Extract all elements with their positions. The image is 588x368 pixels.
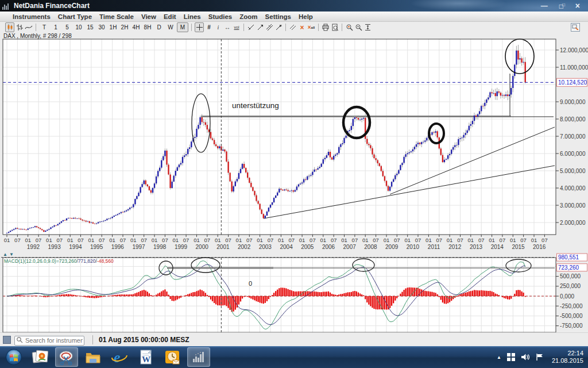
svg-text:07: 07 xyxy=(225,237,231,243)
svg-text:01: 01 xyxy=(67,237,74,243)
timeframe-monthly-selected[interactable]: M xyxy=(177,22,188,32)
timeframe-2h[interactable]: 2H xyxy=(119,23,130,32)
netdania-app-icon[interactable] xyxy=(187,347,210,367)
minimize-icon[interactable]: — xyxy=(541,2,548,9)
svg-text:07: 07 xyxy=(99,237,105,243)
timeframe-4h[interactable]: 4H xyxy=(131,23,141,32)
menu-zoom[interactable]: Zoom xyxy=(239,13,257,20)
timeframe-30m[interactable]: 30 xyxy=(96,23,107,32)
toolbar: T 1 5 10 15 30 1H 2H 4H 8H D W M # i ↔ v… xyxy=(0,22,588,32)
line-chart-icon[interactable] xyxy=(25,23,33,32)
flag-line-tool-icon[interactable] xyxy=(274,23,283,32)
svg-text:01: 01 xyxy=(4,237,10,243)
word-icon[interactable]: W xyxy=(134,347,157,367)
detach-window-icon[interactable] xyxy=(571,23,580,32)
channel-tool-icon[interactable] xyxy=(265,23,273,32)
svg-text:01: 01 xyxy=(447,237,453,243)
svg-text:01: 01 xyxy=(130,237,137,243)
support-annotation-text[interactable]: unterstützung xyxy=(232,101,279,110)
search-input[interactable] xyxy=(14,336,84,346)
svg-text:2002: 2002 xyxy=(238,244,251,250)
timeframe-5m[interactable]: 5 xyxy=(62,23,72,32)
timeframe-8h[interactable]: 8H xyxy=(142,23,153,32)
ohlc-bars-icon[interactable] xyxy=(16,23,24,32)
start-button[interactable] xyxy=(2,347,25,367)
print-icon[interactable] xyxy=(322,23,330,32)
svg-text:1996: 1996 xyxy=(111,244,125,250)
outlook-icon[interactable] xyxy=(161,347,184,367)
menu-edit[interactable]: Edit xyxy=(164,13,176,20)
menu-settings[interactable]: Settings xyxy=(265,13,291,20)
explorer-icon[interactable] xyxy=(82,347,105,367)
close-icon[interactable]: × xyxy=(575,2,580,9)
internet-explorer-icon[interactable]: e xyxy=(108,347,131,367)
timeframe-daily[interactable]: D xyxy=(154,23,164,32)
action-center-flag-icon[interactable] xyxy=(536,353,544,361)
menu-chart-type[interactable]: Chart Type xyxy=(58,13,92,20)
restore-icon[interactable]: □□ xyxy=(559,2,564,10)
timeframe-1m[interactable]: 1 xyxy=(51,23,61,32)
svg-text:01: 01 xyxy=(510,237,516,243)
hidden-icons-expander[interactable]: ▲ xyxy=(497,355,501,360)
svg-text:07: 07 xyxy=(288,237,295,243)
macd-zero-annotation: 0 xyxy=(249,280,252,287)
svg-text:01: 01 xyxy=(531,237,537,243)
svg-text:01: 01 xyxy=(173,237,179,243)
windows-update-tray-icon[interactable] xyxy=(507,353,515,361)
menu-lines[interactable]: Lines xyxy=(184,13,201,20)
zoom-in-icon[interactable] xyxy=(345,23,353,32)
fit-vertical-icon[interactable] xyxy=(363,23,372,32)
parallel-lines-icon[interactable] xyxy=(289,23,297,32)
svg-text:2007: 2007 xyxy=(343,244,357,250)
zoom-out-icon[interactable] xyxy=(354,23,362,32)
svg-text:2014: 2014 xyxy=(491,244,504,250)
svg-text:-500,000: -500,000 xyxy=(560,313,583,319)
menu-view[interactable]: View xyxy=(141,13,156,20)
svg-text:01: 01 xyxy=(109,237,115,243)
svg-text:07: 07 xyxy=(310,237,316,243)
delete-all-lines-icon[interactable]: ×all xyxy=(307,23,315,32)
menu-help[interactable]: Help xyxy=(299,13,313,20)
crosshair-icon[interactable] xyxy=(195,22,204,32)
instrument-grip-icon[interactable] xyxy=(3,336,11,344)
photo-viewer-icon[interactable] xyxy=(29,347,52,367)
delete-line-icon[interactable]: × xyxy=(298,23,306,32)
svg-text:2012: 2012 xyxy=(448,244,462,250)
svg-text:07: 07 xyxy=(331,237,337,243)
svg-text:01: 01 xyxy=(425,237,432,243)
taskbar: e W ▲ 22:14 21.08.2015 xyxy=(0,346,588,368)
svg-text:01: 01 xyxy=(299,237,305,243)
window-title: NetDania FinanceChart xyxy=(14,2,90,10)
volume-icon[interactable]: vol xyxy=(233,23,241,32)
search-box[interactable] xyxy=(14,335,84,344)
timeframe-10m[interactable]: 10 xyxy=(74,23,84,32)
candlestick-chart-icon[interactable] xyxy=(5,22,14,32)
volume-tray-icon[interactable] xyxy=(521,353,530,361)
timeframe-weekly[interactable]: W xyxy=(165,23,176,32)
timeframe-tick[interactable]: T xyxy=(39,23,49,32)
svg-text:9.000,000: 9.000,000 xyxy=(560,99,586,105)
clock-date: 21.08.2015 xyxy=(552,357,583,365)
timeframe-1h[interactable]: 1H xyxy=(108,23,118,32)
svg-text:07: 07 xyxy=(141,237,147,243)
chart-area[interactable]: .grid{stroke:#e3e3e3;stroke-width:1}.ax{… xyxy=(0,32,588,332)
arrow-line-tool-icon[interactable] xyxy=(256,23,264,32)
menu-time-scale[interactable]: Time Scale xyxy=(99,13,134,20)
grid-icon[interactable]: # xyxy=(205,23,213,32)
svg-text:1997: 1997 xyxy=(132,244,145,250)
svg-text:6.000,000: 6.000,000 xyxy=(560,151,586,157)
snipping-tool-icon[interactable] xyxy=(55,347,78,367)
print-preview-icon[interactable] xyxy=(331,23,339,32)
svg-text:07: 07 xyxy=(14,237,21,243)
svg-text:07: 07 xyxy=(36,237,42,243)
info-icon[interactable]: i xyxy=(214,23,222,32)
svg-text:2005: 2005 xyxy=(301,244,314,250)
menu-instruments[interactable]: Instruments xyxy=(13,13,51,20)
timeframe-15m[interactable]: 15 xyxy=(85,23,95,32)
svg-text:2004: 2004 xyxy=(280,244,293,250)
clock[interactable]: 22:14 21.08.2015 xyxy=(552,350,583,365)
horizontal-scroll-icon[interactable]: ↔ xyxy=(223,23,231,32)
trendline-tool-icon[interactable] xyxy=(247,23,255,32)
svg-text:0,000: 0,000 xyxy=(560,293,574,300)
menu-studies[interactable]: Studies xyxy=(208,13,233,20)
